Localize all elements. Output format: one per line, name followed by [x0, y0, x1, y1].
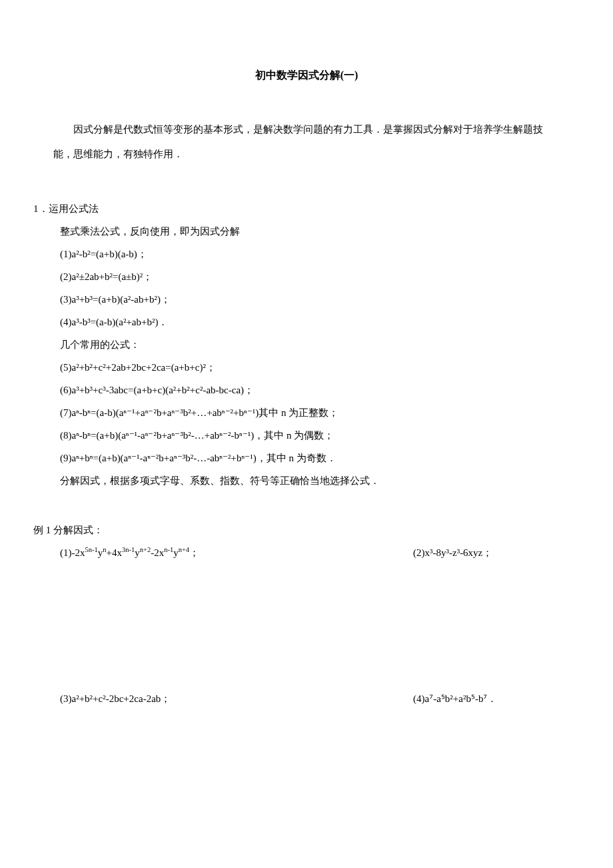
formula-item-6: (6)a³+b³+c³-3abc=(a+b+c)(a²+b²+c²-ab-bc-…: [60, 382, 580, 398]
formula-item-2: (2)a²±2ab+b²=(a±b)²；: [60, 269, 580, 285]
formula-item-3: (3)a³+b³=(a+b)(a²-ab+b²)；: [60, 291, 580, 307]
example-item-1: (1)-2x5n-1yn+4x3n-1yn+2-2xn-1yn+4；: [60, 545, 413, 561]
introduction-paragraph: 因式分解是代数式恒等变形的基本形式，是解决数学问题的有力工具．是掌握因式分解对于…: [33, 117, 580, 167]
section-1-subheading: 几个常用的公式：: [60, 337, 580, 353]
example-item-3: (3)a²+b²+c²-2bc+2ca-2ab；: [60, 691, 413, 707]
formula-item-9: (9)aⁿ+bⁿ=(a+b)(aⁿ⁻¹-aⁿ⁻²b+aⁿ⁻³b²-…-abⁿ⁻²…: [60, 450, 580, 466]
formula-item-7: (7)aⁿ-bⁿ=(a-b)(aⁿ⁻¹+aⁿ⁻²b+aⁿ⁻³b²+…+abⁿ⁻²…: [60, 405, 580, 421]
formula-item-5: (5)a²+b²+c²+2ab+2bc+2ca=(a+b+c)²；: [60, 359, 580, 375]
example-row: (1)-2x5n-1yn+4x3n-1yn+2-2xn-1yn+4； (2)x³…: [60, 545, 580, 561]
section-1-lead: 整式乘法公式，反向使用，即为因式分解: [60, 223, 580, 239]
example-1-items: (1)-2x5n-1yn+4x3n-1yn+2-2xn-1yn+4； (2)x³…: [33, 545, 580, 707]
section-1-content: 整式乘法公式，反向使用，即为因式分解 (1)a²-b²=(a+b)(a-b)； …: [33, 223, 580, 489]
formula-item-1: (1)a²-b²=(a+b)(a-b)；: [60, 246, 580, 262]
formula-item-8: (8)aⁿ-bⁿ=(a+b)(aⁿ⁻¹-aⁿ⁻²b+aⁿ⁻³b²-…+abⁿ⁻²…: [60, 427, 580, 443]
formula-item-4: (4)a³-b³=(a-b)(a²+ab+b²)．: [60, 314, 580, 330]
page-title: 初中数学因式分解(一): [33, 67, 580, 84]
example-item-4: (4)a⁷-a⁵b²+a²b⁵-b⁷．: [413, 691, 580, 707]
example-1-heading: 例 1 分解因式：: [33, 522, 580, 538]
section-1-tail: 分解因式，根据多项式字母、系数、指数、符号等正确恰当地选择公式．: [60, 473, 580, 489]
section-1-heading: 1．运用公式法: [33, 201, 580, 217]
example-row: (3)a²+b²+c²-2bc+2ca-2ab； (4)a⁷-a⁵b²+a²b⁵…: [60, 691, 580, 707]
example-item-2: (2)x³-8y³-z³-6xyz；: [413, 545, 580, 561]
